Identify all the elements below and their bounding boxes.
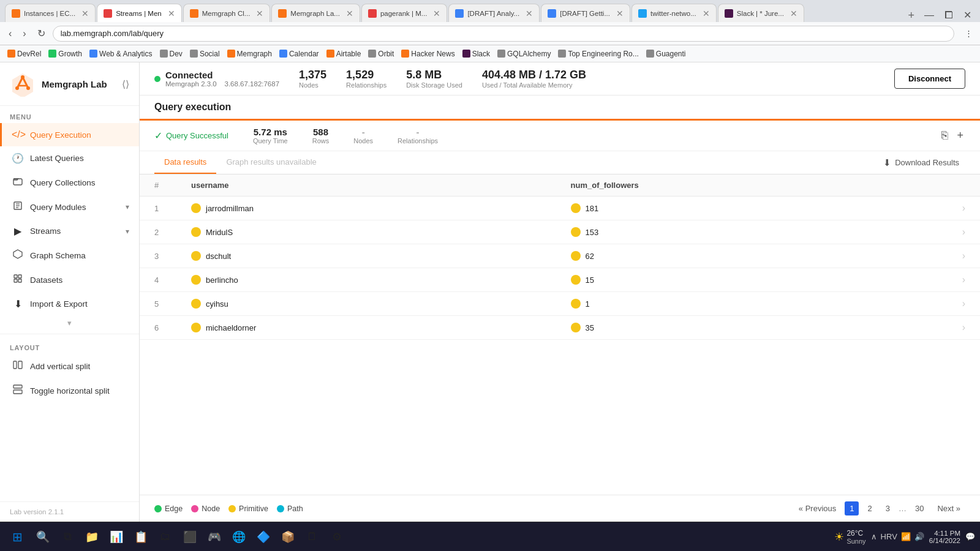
sidebar-scroll-down[interactable]: ▾: [0, 316, 139, 330]
sidebar-item-query-execution[interactable]: </> Query Execution: [0, 123, 139, 146]
browser-tab-memgraph_c[interactable]: Memgraph Cl... ✕: [183, 4, 271, 22]
volume-icon: 🔊: [914, 532, 924, 541]
taskbar-icon-4[interactable]: 🗂: [154, 526, 176, 548]
bookmark-hacker-news[interactable]: Hacker News: [399, 48, 457, 59]
taskbar-icon-2[interactable]: 📊: [105, 526, 127, 548]
data-table-wrapper[interactable]: # username num_of_followers 1 jarrodmill…: [140, 174, 980, 495]
bookmark-memgraph[interactable]: Memgraph: [225, 48, 274, 59]
disconnect-button[interactable]: Disconnect: [894, 69, 965, 89]
row-expand[interactable]: ›: [948, 220, 980, 244]
start-button[interactable]: ⊞: [5, 525, 29, 549]
page-2-button[interactable]: 2: [862, 501, 876, 515]
sidebar-item-datasets[interactable]: Datasets: [0, 268, 139, 292]
browser-tab-instances[interactable]: Instances | EC... ✕: [5, 4, 96, 22]
sidebar-item-import-export[interactable]: ⬇ Import & Export: [0, 292, 139, 316]
tab-close-icon[interactable]: ✕: [346, 9, 353, 18]
sidebar-item-query-collections[interactable]: Query Collections: [0, 170, 139, 195]
restore-button[interactable]: ⧠: [940, 9, 957, 22]
bookmark-gqlalchemy[interactable]: GQLAlchemy: [495, 48, 553, 59]
row-expand[interactable]: ›: [948, 268, 980, 292]
username-text: jarrodmillman: [206, 204, 254, 213]
browser-tab-streams[interactable]: Streams | Men ✕: [97, 4, 182, 22]
chevron-down-icon: ▾: [126, 203, 129, 211]
username-text: MridulS: [206, 228, 233, 237]
browser-tab-pagerank[interactable]: pagerank | M... ✕: [361, 4, 448, 22]
bookmark-label: Memgraph: [237, 50, 272, 58]
minimize-button[interactable]: —: [921, 9, 938, 22]
page-ellipsis: …: [899, 504, 907, 513]
page-3-button[interactable]: 3: [881, 501, 895, 515]
bookmark-favicon: [279, 50, 287, 58]
browser-tab-slack[interactable]: Slack | * Jure... ✕: [718, 4, 804, 22]
bookmark-web---analytics[interactable]: Web & Analytics: [87, 48, 154, 59]
sidebar-item-latest-queries[interactable]: 🕐 Latest Queries: [0, 146, 139, 170]
reload-button[interactable]: ↻: [34, 26, 49, 41]
file-explorer-icon[interactable]: 📁: [81, 526, 103, 548]
taskbar-icon-8[interactable]: 🔷: [252, 526, 274, 548]
taskbar-icon-11[interactable]: ⚙: [326, 526, 348, 548]
new-tab-button[interactable]: +: [903, 9, 919, 22]
tab-close-icon[interactable]: ✕: [703, 9, 710, 18]
taskbar-icon-3[interactable]: 📋: [130, 526, 152, 548]
chrome-icon[interactable]: 🌐: [228, 526, 250, 548]
bookmark-favicon: [401, 50, 409, 58]
next-page-button[interactable]: Next »: [932, 501, 965, 515]
previous-page-button[interactable]: « Previous: [794, 501, 841, 515]
task-view-icon[interactable]: ⧉: [56, 526, 78, 548]
bookmark-growth[interactable]: Growth: [46, 48, 85, 59]
bookmark-guagenti[interactable]: Guagenti: [644, 48, 688, 59]
back-button[interactable]: ‹: [5, 26, 15, 41]
browser-tab-memgraph_l[interactable]: Memgraph La... ✕: [271, 4, 360, 22]
copy-results-button[interactable]: ⎘: [940, 127, 950, 144]
page-1-button[interactable]: 1: [845, 501, 859, 515]
bookmark-airtable[interactable]: Airtable: [324, 48, 364, 59]
browser-tab-draft_analy[interactable]: [DRAFT] Analy... ✕: [448, 4, 540, 22]
tab-data-results[interactable]: Data results: [154, 151, 216, 174]
tab-close-icon[interactable]: ✕: [433, 9, 440, 18]
followers-text: 153: [586, 228, 599, 237]
bookmark-dev[interactable]: Dev: [157, 48, 185, 59]
forward-button[interactable]: ›: [19, 26, 29, 41]
address-bar[interactable]: [53, 26, 954, 42]
close-button[interactable]: ✕: [960, 8, 975, 22]
followers-text: 181: [586, 204, 599, 213]
tab-label: Memgraph Cl...: [202, 10, 251, 17]
row-expand[interactable]: ›: [948, 316, 980, 340]
taskbar-icon-6[interactable]: 🎮: [203, 526, 225, 548]
search-taskbar-icon[interactable]: 🔍: [32, 526, 54, 548]
sidebar-item-streams[interactable]: ▶ Streams ▾: [0, 219, 139, 243]
extensions-icon[interactable]: ⋮: [962, 27, 975, 40]
vscode-icon[interactable]: ⬛: [179, 526, 201, 548]
row-expand[interactable]: ›: [948, 197, 980, 220]
bookmark-calendar[interactable]: Calendar: [277, 48, 322, 59]
bookmark-top-engineering-ro---[interactable]: Top Engineering Ro...: [556, 48, 641, 59]
row-expand[interactable]: ›: [948, 292, 980, 316]
sidebar-collapse-button[interactable]: ⟨⟩: [122, 78, 129, 90]
sidebar-item-add-vertical-split[interactable]: Add vertical split: [0, 354, 139, 378]
sidebar-item-query-modules[interactable]: Query Modules ▾: [0, 195, 139, 219]
bookmark-orbit[interactable]: Orbit: [366, 48, 396, 59]
browser-tab-draft_getti[interactable]: [DRAFT] Getti... ✕: [541, 4, 630, 22]
tab-close-icon[interactable]: ✕: [526, 9, 533, 18]
sidebar-item-graph-schema[interactable]: Graph Schema: [0, 243, 139, 268]
taskbar-icon-9[interactable]: 📦: [277, 526, 299, 548]
taskbar-icon-10[interactable]: 🗒: [301, 526, 323, 548]
notification-center[interactable]: 💬: [965, 532, 975, 541]
tab-close-icon[interactable]: ✕: [256, 9, 263, 18]
tab-close-icon[interactable]: ✕: [168, 9, 175, 18]
page-30-button[interactable]: 30: [910, 501, 929, 515]
tray-up-arrow[interactable]: ∧: [871, 532, 877, 541]
legend-edge: Edge: [154, 504, 183, 513]
tab-close-icon[interactable]: ✕: [81, 9, 89, 18]
sidebar-item-toggle-horizontal-split[interactable]: Toggle horizontal split: [0, 378, 139, 403]
tab-close-icon[interactable]: ✕: [790, 9, 797, 18]
bookmark-slack[interactable]: Slack: [460, 48, 492, 59]
add-results-button[interactable]: +: [955, 127, 965, 144]
bookmark-devrel[interactable]: DevRel: [5, 48, 43, 59]
tab-close-icon[interactable]: ✕: [616, 9, 624, 18]
download-results-button[interactable]: ⬇ Download Results: [877, 154, 965, 172]
browser-tab-twitter[interactable]: twitter-netwo... ✕: [631, 4, 717, 22]
row-expand[interactable]: ›: [948, 244, 980, 268]
row-number: 5: [140, 292, 176, 316]
bookmark-social[interactable]: Social: [187, 48, 222, 59]
